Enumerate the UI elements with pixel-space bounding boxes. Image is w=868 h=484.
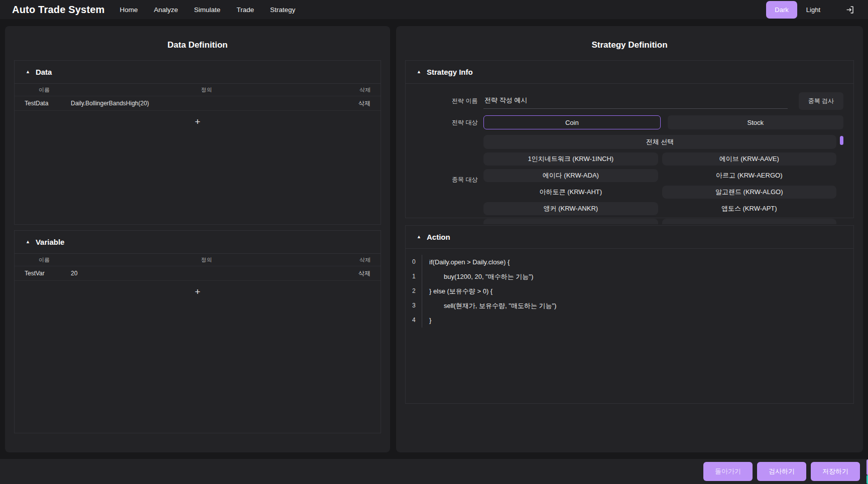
check-button[interactable]: 검사하기 [757,462,806,481]
top-navigation-bar: Auto Trade System Home Analyze Simulate … [0,0,868,19]
code-line[interactable]: 3 sell(현재가, 보유수량, "매도하는 기능") [410,298,841,313]
action-section-title: Action [427,233,450,241]
save-button[interactable]: 저장하기 [811,462,860,481]
coin-button-krw-algo[interactable]: 알고랜드 (KRW-ALGO) [662,186,836,199]
line-number: 4 [410,313,422,328]
go-back-button[interactable]: 돌아가기 [703,462,753,481]
duplicate-check-button[interactable]: 중복 검사 [799,92,843,110]
data-row-delete-button[interactable]: 삭제 [342,99,370,108]
add-data-button[interactable]: + [195,117,200,126]
nav-item-trade[interactable]: Trade [236,6,254,14]
login-icon[interactable] [845,5,855,15]
code-text[interactable]: buy(1200, 20, "매수하는 기능") [422,269,841,284]
data-definition-panel: Data Definition ▲ Data 이름 정의 삭제 TestData… [5,26,390,452]
col-header-name: 이름 [25,256,71,264]
collapse-triangle-icon[interactable]: ▲ [26,240,30,244]
strategy-info-body: 전략 이름 중복 검사 전략 대상 Coin Stock 종목 대상 전체 선택 [406,84,853,224]
data-row-definition: Daily.BollingerBandsHigh(20) [71,100,342,107]
table-row: TestData Daily.BollingerBandsHigh(20) 삭제 [15,96,381,111]
variable-section-header[interactable]: ▲ Variable [15,231,381,254]
strategy-info-section-title: Strategy Info [427,68,473,76]
variable-add-row: + [15,281,381,303]
strategy-definition-title: Strategy Definition [405,40,854,50]
strategy-name-input[interactable] [483,93,788,109]
topbar-right-controls: Dark Light [766,1,868,19]
main-nav: Home Analyze Simulate Trade Strategy [120,6,296,14]
nav-item-analyze[interactable]: Analyze [154,6,178,14]
line-number: 3 [410,298,422,313]
data-add-row: + [15,111,381,133]
data-section-header[interactable]: ▲ Data [15,61,381,84]
line-number: 1 [410,269,422,284]
action-section-header[interactable]: ▲ Action [406,226,853,249]
variable-row-delete-button[interactable]: 삭제 [342,269,370,278]
code-line[interactable]: 1 buy(1200, 20, "매수하는 기능") [410,269,841,284]
select-all-button[interactable]: 전체 선택 [483,135,836,149]
col-header-definition: 정의 [71,256,342,264]
coin-button-partial[interactable] [483,219,658,224]
code-line[interactable]: 0 if(Daily.open > Daily.close) { [410,255,841,269]
code-line[interactable]: 2 } else (보유수량 > 0) { [410,284,841,298]
symbol-scroll-list[interactable]: 전체 선택 1인치네트워크 (KRW-1INCH) 에이브 (KRW-AAVE)… [483,135,843,224]
coin-button-krw-aave[interactable]: 에이브 (KRW-AAVE) [662,152,836,166]
strategy-name-label: 전략 이름 [452,97,483,105]
strategy-target-label: 전략 대상 [452,118,483,127]
strategy-info-section: ▲ Strategy Info 전략 이름 중복 검사 전략 대상 Coin S… [405,60,854,218]
variable-section: ▲ Variable 이름 정의 삭제 TestVar 20 삭제 + [14,230,381,433]
coin-button-krw-1inch[interactable]: 1인치네트워크 (KRW-1INCH) [483,152,658,166]
data-definition-title: Data Definition [14,40,381,50]
footer-action-bar: 돌아가기 검사하기 저장하기 [0,459,868,484]
code-line[interactable]: 4 } [410,313,841,328]
symbol-target-label: 종목 대상 [452,176,483,184]
variable-table-header: 이름 정의 삭제 [15,254,381,266]
coin-button-krw-apt[interactable]: 앱토스 (KRW-APT) [662,202,836,215]
theme-dark-button[interactable]: Dark [766,1,797,19]
action-section: ▲ Action 0 if(Daily.open > Daily.close) … [405,225,854,404]
app-title[interactable]: Auto Trade System [12,4,105,16]
nav-item-home[interactable]: Home [120,6,138,14]
strategy-target-row: 전략 대상 Coin Stock [452,115,843,129]
col-header-definition: 정의 [71,86,342,94]
scrollbar-thumb[interactable] [840,136,843,145]
theme-light-button[interactable]: Light [797,1,829,19]
variable-row-name: TestVar [25,270,71,277]
coin-button-partial[interactable] [662,219,836,224]
strategy-info-section-header[interactable]: ▲ Strategy Info [406,61,853,84]
target-toggle-group: Coin Stock [483,115,843,129]
code-text[interactable]: if(Daily.open > Daily.close) { [422,255,841,269]
add-variable-button[interactable]: + [195,287,200,296]
variable-section-title: Variable [36,238,65,246]
table-row: TestVar 20 삭제 [15,266,381,281]
line-number: 0 [410,255,422,269]
variable-row-definition: 20 [71,270,342,277]
data-section-title: Data [36,68,52,76]
collapse-triangle-icon[interactable]: ▲ [26,70,30,74]
coin-button-krw-ada[interactable]: 에이다 (KRW-ADA) [483,169,658,182]
nav-item-simulate[interactable]: Simulate [194,6,221,14]
main-content: Data Definition ▲ Data 이름 정의 삭제 TestData… [0,19,868,452]
coin-button-krw-ankr[interactable]: 앵커 (KRW-ANKR) [483,202,658,215]
coin-button-krw-aht[interactable]: 아하토큰 (KRW-AHT) [483,186,658,199]
symbol-target-row: 종목 대상 전체 선택 1인치네트워크 (KRW-1INCH) 에이브 (KRW… [452,135,843,224]
line-number: 2 [410,284,422,298]
collapse-triangle-icon[interactable]: ▲ [417,235,421,239]
collapse-triangle-icon[interactable]: ▲ [417,70,421,74]
code-editor[interactable]: 0 if(Daily.open > Daily.close) { 1 buy(1… [406,249,853,328]
coin-button-krw-aergo[interactable]: 아르고 (KRW-AERGO) [662,169,836,182]
code-text[interactable]: } [422,313,841,328]
strategy-definition-panel: Strategy Definition ▲ Strategy Info 전략 이… [396,26,863,452]
data-section: ▲ Data 이름 정의 삭제 TestData Daily.Bollinger… [14,60,381,225]
target-coin-button[interactable]: Coin [483,115,660,129]
strategy-name-row: 전략 이름 중복 검사 [452,92,843,110]
col-header-delete: 삭제 [342,86,370,94]
data-table-header: 이름 정의 삭제 [15,84,381,96]
nav-item-strategy[interactable]: Strategy [270,6,295,14]
coin-grid: 1인치네트워크 (KRW-1INCH) 에이브 (KRW-AAVE) 에이다 (… [483,152,836,224]
col-header-name: 이름 [25,86,71,94]
code-text[interactable]: sell(현재가, 보유수량, "매도하는 기능") [422,298,841,313]
code-text[interactable]: } else (보유수량 > 0) { [422,284,841,298]
col-header-delete: 삭제 [342,256,370,264]
data-row-name: TestData [25,100,71,107]
target-stock-button[interactable]: Stock [668,115,843,129]
